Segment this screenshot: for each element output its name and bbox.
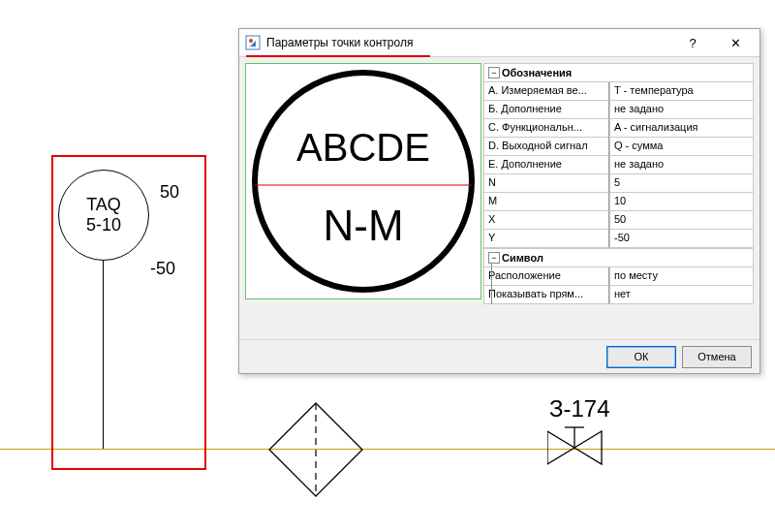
- prop-value[interactable]: 50: [609, 211, 754, 230]
- svg-rect-6: [246, 36, 260, 49]
- svg-point-7: [249, 39, 253, 43]
- close-button[interactable]: ✕: [717, 32, 754, 53]
- prop-value[interactable]: Q - сумма: [609, 138, 754, 156]
- prop-value[interactable]: 10: [609, 193, 754, 211]
- prop-key: Б. Дополнение: [483, 101, 609, 119]
- cancel-button[interactable]: Отмена: [682, 346, 752, 368]
- help-button[interactable]: ?: [674, 32, 711, 53]
- collapse-icon[interactable]: −: [488, 67, 500, 78]
- prop-value[interactable]: T - температура: [609, 82, 754, 101]
- svg-marker-3: [574, 431, 602, 464]
- prop-key: C. Функциональн...: [483, 119, 609, 138]
- prop-key: X: [483, 211, 609, 230]
- prop-value[interactable]: нет: [609, 286, 754, 304]
- tag-range: 5-10: [86, 215, 121, 235]
- prop-key: Показывать прям...: [483, 286, 609, 304]
- prop-value[interactable]: -50: [609, 230, 754, 248]
- prop-value[interactable]: 5: [609, 174, 754, 193]
- prop-value[interactable]: A - сигнализация: [609, 119, 754, 138]
- symbol-stem: [103, 261, 104, 449]
- dialog-title: Параметры точки контроля: [266, 36, 413, 49]
- svg-text:ABCDE: ABCDE: [296, 126, 430, 169]
- dialog-buttons: ОК Отмена: [239, 339, 760, 373]
- dialog-icon: [245, 35, 261, 50]
- limit-low: -50: [150, 259, 175, 279]
- prop-key: D. Выходной сигнал: [483, 138, 609, 156]
- svg-text:N-M: N-M: [323, 202, 403, 249]
- prop-key: E. Дополнение: [483, 156, 609, 174]
- collapse-icon[interactable]: −: [488, 252, 500, 264]
- symbol-preview: ABCDE N-M: [245, 63, 481, 299]
- title-underline: [246, 55, 430, 57]
- prop-key: Y: [483, 230, 609, 248]
- svg-point-8: [255, 73, 472, 290]
- valve-label: З-174: [549, 395, 610, 422]
- section-oboz[interactable]: − Обозначения: [483, 63, 754, 82]
- control-point-dialog: Параметры точки контроля ? ✕ ABCDE N-M −…: [238, 28, 760, 374]
- control-point-symbol[interactable]: TAQ 5-10: [58, 170, 149, 261]
- prop-value[interactable]: не задано: [609, 156, 754, 174]
- prop-value[interactable]: по месту: [609, 267, 754, 286]
- prop-key: N: [483, 174, 609, 193]
- svg-marker-2: [547, 431, 574, 464]
- valve-symbol[interactable]: [547, 422, 605, 475]
- prop-key: A. Измеряемая ве...: [483, 82, 609, 101]
- preview-vline: [491, 263, 492, 304]
- prop-value[interactable]: не задано: [609, 101, 754, 119]
- tag-code: TAQ: [86, 195, 121, 215]
- limit-high: 50: [160, 182, 179, 203]
- property-grid[interactable]: − Обозначения A. Измеряемая ве...T - тем…: [483, 63, 754, 333]
- section-symbol[interactable]: − Символ: [483, 248, 754, 267]
- ok-button[interactable]: ОК: [606, 346, 676, 368]
- filter-symbol[interactable]: [267, 401, 364, 498]
- prop-key: Расположение: [483, 267, 609, 286]
- dialog-titlebar[interactable]: Параметры точки контроля ? ✕: [239, 29, 760, 57]
- prop-key: M: [483, 193, 609, 211]
